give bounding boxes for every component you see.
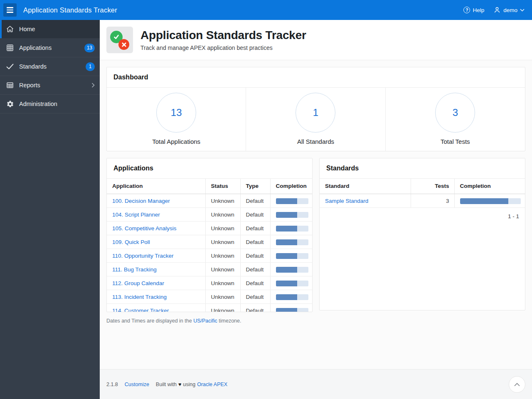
sidebar-item-reports[interactable]: Reports — [0, 76, 100, 95]
metric-all-standards: 1 All Standards — [246, 88, 385, 151]
app-header-title: Application Standards Tracker — [23, 6, 117, 14]
version-label: 2.1.8 — [106, 382, 118, 387]
sidebar-item-administration[interactable]: Administration — [0, 95, 100, 113]
heart-icon: ♥ — [178, 382, 181, 387]
column-header-status[interactable]: Status — [205, 179, 240, 194]
application-link[interactable]: 112. Group Calendar — [112, 280, 164, 286]
completion-cell — [270, 249, 312, 263]
applications-region-title: Applications — [107, 158, 312, 179]
completion-bar — [276, 294, 308, 300]
sidebar-toggle-button[interactable] — [3, 3, 17, 17]
table-row: 105. Competitive AnalysisUnknownDefault — [107, 222, 312, 235]
status-cell: Unknown — [205, 235, 240, 249]
footer: 2.1.8 Customize Built with ♥ using Oracl… — [100, 369, 532, 399]
chevron-down-icon — [520, 9, 525, 12]
application-link[interactable]: 105. Competitive Analysis — [112, 225, 177, 232]
user-menu[interactable]: demo — [493, 6, 525, 14]
status-cell: Unknown — [205, 263, 240, 276]
metric-value: 1 — [313, 107, 318, 118]
standards-table: Standard Tests Completion Sample Standar… — [320, 179, 525, 208]
page-title-bar: Application Standards Tracker Track and … — [100, 20, 532, 60]
table-row: 100. Decision ManagerUnknownDefault — [107, 194, 312, 208]
completion-bar — [276, 308, 308, 313]
oracle-apex-link[interactable]: Oracle APEX — [197, 382, 227, 387]
customize-link[interactable]: Customize — [125, 382, 149, 387]
metric-total-applications: 13 Total Applications — [107, 88, 246, 151]
sidebar-item-label: Reports — [19, 82, 40, 89]
type-cell: Default — [240, 263, 270, 276]
dashboard-region-title: Dashboard — [107, 67, 525, 88]
column-header-completion[interactable]: Completion — [454, 179, 525, 194]
column-header-completion[interactable]: Completion — [270, 179, 312, 194]
standards-region: Standards Standard Tests Completion Samp… — [319, 158, 525, 310]
metric-label: All Standards — [246, 138, 385, 145]
column-header-application[interactable]: Application — [107, 179, 205, 194]
column-header-tests[interactable]: Tests — [411, 179, 454, 194]
standards-tbody: Sample Standard3 — [320, 194, 525, 208]
main-content: Application Standards Tracker Track and … — [100, 20, 532, 369]
table-row: 113. Incident TrackingUnknownDefault — [107, 290, 312, 304]
metric-total-tests: 3 Total Tests — [386, 88, 525, 151]
app-header: Application Standards Tracker ? Help dem… — [0, 0, 532, 20]
chevron-up-icon — [514, 383, 520, 387]
sidebar: Home Applications 13 Standards 1 Reports… — [0, 20, 100, 399]
completion-cell — [270, 194, 312, 208]
completion-bar — [276, 239, 308, 245]
column-header-type[interactable]: Type — [240, 179, 270, 194]
timezone-note: Dates and Times are displayed in the US/… — [106, 318, 525, 324]
metric-value: 13 — [171, 107, 182, 118]
sidebar-item-standards[interactable]: Standards 1 — [0, 57, 100, 76]
completion-cell — [270, 263, 312, 276]
table-row: Sample Standard3 — [320, 194, 525, 208]
application-link[interactable]: 110. Opportunity Tracker — [112, 253, 174, 259]
standard-link[interactable]: Sample Standard — [325, 198, 368, 204]
page-title: Application Standards Tracker — [140, 29, 306, 42]
application-link[interactable]: 109. Quick Poll — [112, 239, 150, 245]
help-icon: ? — [463, 7, 470, 13]
sidebar-item-home[interactable]: Home — [0, 20, 100, 39]
status-cell: Unknown — [205, 249, 240, 263]
sidebar-item-label: Administration — [19, 101, 57, 107]
metric-label: Total Applications — [107, 138, 246, 145]
sidebar-item-label: Home — [19, 26, 35, 32]
pagination-label: 1 - 1 — [320, 208, 525, 225]
completion-cell — [270, 276, 312, 290]
table-row: 109. Quick PollUnknownDefault — [107, 235, 312, 249]
completion-cell — [270, 235, 312, 249]
user-name: demo — [503, 7, 517, 13]
applications-region: Applications Application Status Type Com… — [106, 158, 313, 312]
tests-cell: 3 — [411, 194, 454, 208]
status-cell: Unknown — [205, 194, 240, 208]
sidebar-item-applications[interactable]: Applications 13 — [0, 39, 100, 57]
help-link[interactable]: ? Help — [463, 7, 484, 13]
check-icon — [6, 62, 14, 71]
timezone-link[interactable]: US/Pacific — [193, 318, 217, 324]
application-link[interactable]: 114. Customer Tracker — [112, 308, 169, 312]
type-cell: Default — [240, 276, 270, 290]
completion-cell — [270, 304, 312, 313]
app-logo-icon — [106, 27, 133, 53]
scroll-to-top-button[interactable] — [509, 376, 525, 393]
metric-label: Total Tests — [386, 138, 525, 145]
type-cell: Default — [240, 222, 270, 235]
standards-count-badge: 1 — [86, 62, 95, 71]
column-header-standard[interactable]: Standard — [320, 179, 411, 194]
completion-cell — [270, 290, 312, 304]
chevron-right-icon — [91, 83, 95, 88]
application-link[interactable]: 104. Script Planner — [112, 212, 160, 218]
application-link[interactable]: 111. Bug Tracking — [112, 266, 157, 273]
status-cell: Unknown — [205, 276, 240, 290]
metric-value: 3 — [453, 107, 458, 118]
sidebar-item-label: Applications — [19, 44, 52, 51]
type-cell: Default — [240, 304, 270, 313]
completion-bar — [276, 198, 308, 204]
user-icon — [493, 6, 501, 14]
completion-bar — [276, 281, 308, 286]
completion-bar — [276, 212, 308, 218]
application-link[interactable]: 113. Incident Tracking — [112, 294, 167, 300]
application-link[interactable]: 100. Decision Manager — [112, 198, 170, 204]
completion-cell — [270, 208, 312, 222]
completion-bar — [276, 253, 308, 259]
built-with-text: Built with ♥ using Oracle APEX — [156, 382, 227, 387]
sidebar-item-label: Standards — [19, 63, 47, 70]
